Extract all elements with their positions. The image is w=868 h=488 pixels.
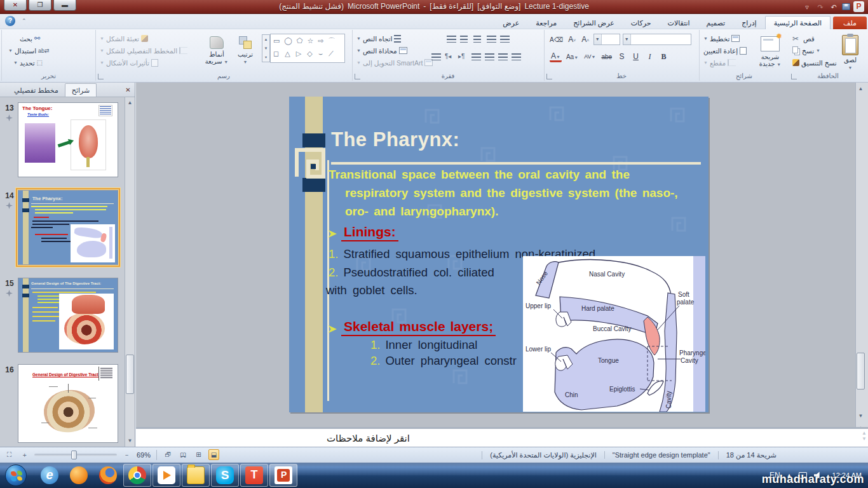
columns-icon[interactable] <box>431 53 441 61</box>
rtl-direction-icon[interactable]: ▸¶ <box>458 53 468 61</box>
zoom-slider[interactable] <box>34 454 117 456</box>
ltr-direction-icon[interactable]: ¶◂ <box>445 53 454 61</box>
copy-button[interactable]: نسخ▼ <box>792 44 820 57</box>
taskbar-chrome[interactable] <box>123 464 151 487</box>
grow-font-button[interactable]: A˄ <box>580 34 591 45</box>
align-left-icon[interactable] <box>512 53 521 61</box>
main-scrollbar[interactable]: ▲ ▼ ▲▲ ▼▼ <box>855 83 868 447</box>
cut-button[interactable]: قص <box>792 32 815 44</box>
panel-scroll-thumb[interactable] <box>126 355 134 394</box>
tab-slides[interactable]: شرائح <box>65 83 97 97</box>
tab-design[interactable]: تصميم <box>698 17 734 29</box>
bullets-icon[interactable] <box>500 35 510 43</box>
justify-icon[interactable] <box>471 53 481 61</box>
slide-intro-line-2[interactable]: respiratory system and the digestive sys… <box>345 186 678 200</box>
italic-button[interactable]: I <box>644 51 655 62</box>
shapes-gallery[interactable]: ▲▼▾ ▭ ◯ ⬠ ☆ ⇨ ⌒ ◻ △ ▷ ◇ ⌣ ⟋ <box>270 34 345 63</box>
slide-sorter-view-icon[interactable]: ⊞ <box>193 449 204 460</box>
format-painter-button[interactable]: نسخ التنسيق <box>792 57 837 69</box>
select-button[interactable]: ▼تحديد ⬚ <box>13 57 43 69</box>
increase-indent-icon[interactable] <box>473 35 483 43</box>
normal-view-icon[interactable]: ⬓ <box>208 449 219 460</box>
muscle-item-2[interactable]: 2.Outer pharyngeal constr <box>370 354 517 368</box>
notes-placeholder[interactable]: انقر لإضافة ملاحظات <box>327 433 410 444</box>
align-right-icon[interactable] <box>485 53 494 61</box>
linings-item-2[interactable]: 2.Pseudostratified col. ciliated <box>329 266 494 280</box>
slide-13-thumbnail[interactable]: The Tongue: Taste Buds: <box>18 102 118 177</box>
slide-canvas[interactable]: The Pharynx: Transitional space between … <box>289 97 709 412</box>
taskbar-powerpoint[interactable]: P <box>269 464 297 487</box>
taskbar-media-player[interactable] <box>153 464 180 487</box>
slide-13-animation-icon[interactable] <box>6 114 13 121</box>
layout-button[interactable]: ▼تخطيط <box>703 32 740 44</box>
linings-item-2-cont[interactable]: with goblet cells. <box>326 283 417 297</box>
smartart-button[interactable]: ▼التحويل إلى SmartArt <box>356 57 433 69</box>
character-spacing-button[interactable]: AV▼ <box>583 51 597 62</box>
taskbar-explorer[interactable] <box>182 464 210 487</box>
tab-view[interactable]: عرض <box>494 17 527 29</box>
tab-insert[interactable]: إدراج <box>733 17 764 29</box>
scroll-up-icon[interactable]: ▲ <box>857 85 865 93</box>
section-button[interactable]: ▼مقطع <box>703 57 736 69</box>
linings-heading[interactable]: Linings: <box>341 224 398 241</box>
tab-file[interactable]: ملف <box>833 17 867 29</box>
font-size-combo[interactable]: ▼ <box>593 34 620 45</box>
language-indicator[interactable]: الإنجليزية (الولايات المتحدة الأمريكية) <box>482 451 604 459</box>
zoom-out-icon[interactable]: － <box>121 449 132 460</box>
text-direction-button[interactable]: ▼اتجاه النص <box>356 32 403 44</box>
scroll-down-icon[interactable]: ▼ <box>857 412 865 421</box>
slide-intro-line-3[interactable]: oro- and laryngopharynx). <box>345 205 498 219</box>
tab-slideshow[interactable]: عرض الشرائح <box>565 17 623 29</box>
panel-scroll-down-icon[interactable]: ▼ <box>126 437 134 445</box>
numbering-icon[interactable] <box>487 35 496 43</box>
taskbar-internet-explorer[interactable]: e <box>36 464 64 487</box>
find-button[interactable]: بحث ⚯ <box>20 32 40 44</box>
clear-formatting-button[interactable]: A⌫ <box>548 34 564 45</box>
qat-customize-icon[interactable]: ▿ <box>802 2 812 12</box>
pharynx-diagram[interactable]: Nose Nasal Cavity Upper lip Hard palate … <box>523 256 705 412</box>
slide-15-animation-icon[interactable] <box>6 290 13 297</box>
decrease-indent-icon[interactable] <box>460 35 470 43</box>
slide-intro-line-1[interactable]: Transitional space between the oral cavi… <box>329 168 630 182</box>
bold-button[interactable]: B <box>658 51 669 62</box>
taskbar-tango[interactable]: T <box>240 464 268 487</box>
align-center-icon[interactable] <box>498 53 508 61</box>
start-button[interactable] <box>5 464 27 486</box>
template-name[interactable]: "Straight edge design template" <box>604 451 718 459</box>
powerpoint-app-icon[interactable]: P <box>853 1 864 12</box>
arrange-button[interactable]: ترتيب▼ <box>232 32 259 71</box>
shape-outline-button[interactable]: ▼المخطط التفصيلي للشكل <box>100 44 187 57</box>
muscle-item-1[interactable]: 1.Inner longitudinal <box>370 338 477 352</box>
shrink-font-button[interactable]: A˅ <box>567 34 578 45</box>
new-slide-button[interactable]: شريحة جديدة ▼ <box>754 32 787 71</box>
zoom-level[interactable]: 69% <box>137 451 151 459</box>
panel-close-icon[interactable]: ✕ <box>123 85 133 95</box>
taskbar-gom-player[interactable] <box>65 464 93 487</box>
change-case-button[interactable]: Aa▼ <box>565 51 580 62</box>
slide-title[interactable]: The Pharynx: <box>331 128 459 151</box>
slide-14-animation-icon[interactable] <box>6 202 13 209</box>
shapes-gallery-scroll[interactable]: ▲▼▾ <box>262 34 270 62</box>
zoom-slider-knob[interactable] <box>71 451 77 459</box>
slide-16-thumbnail[interactable]: General Design of Digestive Tract: <box>18 364 118 443</box>
help-icon[interactable]: ? <box>5 16 15 26</box>
reading-view-icon[interactable]: 🕮 <box>178 449 189 460</box>
redo-icon[interactable]: ↷ <box>815 2 825 12</box>
undo-icon[interactable]: ↶ <box>829 2 839 12</box>
tab-transitions[interactable]: انتقالات <box>660 17 698 29</box>
tab-animations[interactable]: حركات <box>623 17 660 29</box>
font-color-button[interactable]: A▼ <box>550 51 562 62</box>
taskbar-skype[interactable]: S <box>211 464 239 487</box>
muscle-heading[interactable]: Skeletal muscle layers; <box>341 319 496 336</box>
notes-pane[interactable]: انقر لإضافة ملاحظات ▲▼ <box>136 427 868 447</box>
slide-15-thumbnail[interactable]: General Design of The Digestive Tract: <box>18 278 118 353</box>
line-spacing-icon[interactable] <box>447 35 456 43</box>
panel-scroll-up-icon[interactable]: ▲ <box>126 98 134 107</box>
fit-to-window-icon[interactable]: ⛶ <box>4 449 15 460</box>
tab-outline[interactable]: مخطط تفصيلي <box>8 84 65 97</box>
scroll-thumb[interactable] <box>857 353 865 390</box>
text-shadow-button[interactable]: S <box>616 51 627 62</box>
taskbar-firefox[interactable] <box>94 464 122 487</box>
replace-button[interactable]: ▼استبدال ab⇄ <box>8 44 50 57</box>
quick-styles-button[interactable]: أنماطسريعة ▼ <box>203 32 231 71</box>
